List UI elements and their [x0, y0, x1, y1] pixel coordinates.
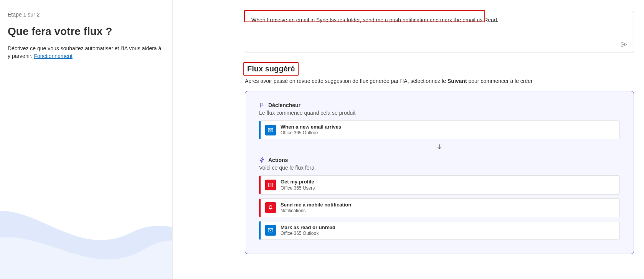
action-card-mark-read[interactable]: Mark as read or unread Office 365 Outloo… — [259, 221, 620, 240]
office-users-icon — [265, 180, 276, 190]
action-connector: Office 365 Outlook — [281, 231, 335, 236]
send-button[interactable] — [619, 40, 629, 49]
action-title: Send me a mobile notification — [281, 202, 351, 208]
trigger-subtext: Le flux commence quand cela se produit — [259, 110, 620, 116]
actions-subtext: Voici ce que le flux fera — [259, 165, 620, 171]
action-connector: Notifications — [281, 208, 351, 214]
how-it-works-link[interactable]: Fonctionnement — [34, 53, 72, 59]
send-icon — [620, 41, 628, 48]
outlook-icon — [265, 225, 276, 236]
lightning-icon — [259, 157, 265, 163]
step-indicator: Étape 1 sur 2 — [8, 12, 163, 18]
actions-header: Actions — [259, 157, 620, 163]
desc-text: Décrivez ce que vous souhaitez automatis… — [8, 45, 161, 59]
action-card-get-profile[interactable]: Get my profile Office 365 Users — [259, 175, 620, 194]
page-description: Décrivez ce que vous souhaitez automatis… — [8, 45, 163, 60]
action-connector: Office 365 Users — [281, 185, 315, 191]
action-card-send-notification[interactable]: Send me a mobile notification Notificati… — [259, 198, 620, 217]
svg-rect-0 — [268, 128, 273, 132]
trigger-header: Déclencheur — [259, 102, 620, 108]
outlook-icon — [265, 125, 276, 135]
flag-icon — [259, 102, 265, 108]
prompt-input[interactable] — [245, 11, 634, 53]
trigger-connector: Office 365 Outlook — [281, 130, 341, 136]
suggested-title-wrap: Flux suggéré — [245, 64, 297, 74]
suggested-flow-heading: Flux suggéré — [245, 64, 297, 74]
prompt-area — [245, 11, 634, 54]
right-panel: Flux suggéré Après avoir passé en revue … — [173, 0, 644, 279]
flow-suggestion-card: Déclencheur Le flux commence quand cela … — [245, 91, 634, 254]
svg-rect-3 — [268, 229, 273, 232]
trigger-title: When a new email arrives — [281, 124, 341, 130]
bell-icon — [265, 202, 276, 213]
trigger-card[interactable]: When a new email arrives Office 365 Outl… — [259, 121, 620, 139]
suggested-flow-subtext: Après avoir passé en revue cette suggest… — [245, 78, 634, 84]
actions-header-text: Actions — [268, 157, 288, 163]
left-panel: Étape 1 sur 2 Que fera votre flux ? Décr… — [0, 0, 173, 279]
arrow-down-icon — [259, 143, 620, 151]
action-title: Get my profile — [281, 179, 315, 185]
action-title: Mark as read or unread — [281, 225, 335, 231]
page-title: Que fera votre flux ? — [8, 25, 163, 38]
decorative-wave — [0, 149, 173, 279]
trigger-header-text: Déclencheur — [268, 102, 301, 108]
